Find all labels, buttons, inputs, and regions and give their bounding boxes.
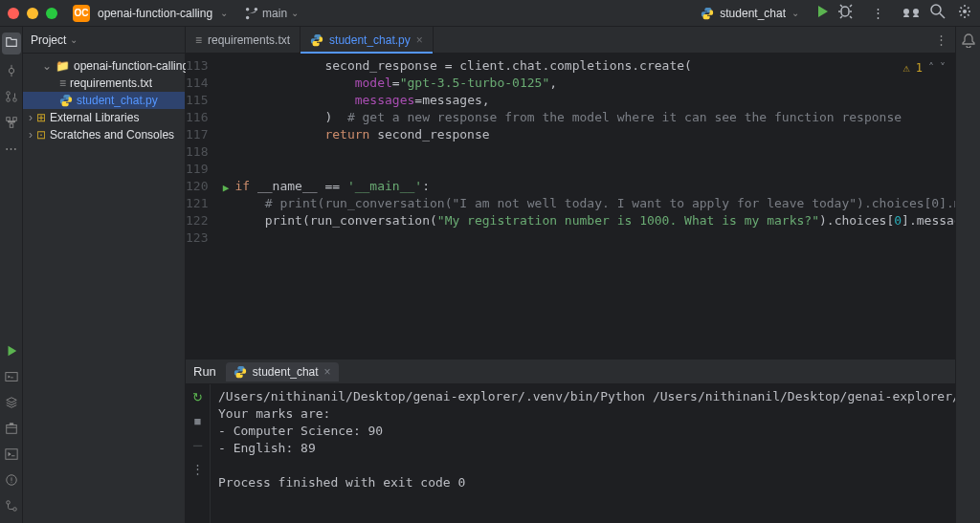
line-number: 117 <box>186 126 215 143</box>
project-badge: OC <box>73 5 90 22</box>
root-name: openai-function-calling <box>74 59 189 73</box>
minimize-window[interactable] <box>27 8 38 19</box>
notifications-icon[interactable] <box>961 33 976 51</box>
python-console-icon[interactable] <box>5 370 18 386</box>
run-title: Run <box>193 364 216 379</box>
python-icon <box>701 7 714 20</box>
code-with-me-icon[interactable] <box>903 4 919 22</box>
chevron-down-icon[interactable]: ⌄ <box>220 8 228 18</box>
svg-rect-6 <box>6 118 10 121</box>
editor-tabs: ≡ requirements.txt student_chat.py × ⋮ <box>186 27 955 54</box>
chevron-down-icon: ⌄ <box>791 8 799 18</box>
line-number: 118 <box>186 143 215 161</box>
code-content[interactable]: second_response = client.chat.completion… <box>215 54 955 359</box>
warning-icon: ⚠ <box>903 59 910 76</box>
project-name[interactable]: openai-function-calling <box>98 7 212 20</box>
python-icon <box>234 365 247 379</box>
titlebar: OC openai-function-calling ⌄ main ⌄ stud… <box>0 0 980 27</box>
chevron-right-icon: › <box>29 128 33 142</box>
run-panel: Run student_chat × ↻ ■ ─ ⋮ /Users/nithin… <box>186 359 955 523</box>
line-number: 121 <box>186 195 215 212</box>
version-control-icon[interactable] <box>5 499 18 515</box>
svg-rect-11 <box>5 449 16 460</box>
branch-selector[interactable]: main ⌄ <box>245 7 299 20</box>
close-tab-icon[interactable]: × <box>416 33 423 47</box>
console-output[interactable]: /Users/nithinanil/Desktop/genai-explorer… <box>211 384 980 523</box>
python-icon <box>310 33 323 47</box>
project-tool-icon[interactable] <box>2 33 21 54</box>
commit-tool-icon[interactable] <box>5 64 18 80</box>
svg-point-4 <box>6 98 10 102</box>
run-tab[interactable]: student_chat × <box>226 362 339 381</box>
pull-requests-icon[interactable] <box>5 90 18 106</box>
run-button[interactable] <box>814 4 830 22</box>
line-number: 123 <box>186 229 215 247</box>
services-icon[interactable] <box>5 396 18 412</box>
run-config-name: student_chat <box>720 7 786 20</box>
line-number: 119 <box>186 161 215 178</box>
run-tab-label: student_chat <box>253 365 319 379</box>
structure-tool-icon[interactable] <box>5 116 18 132</box>
chevron-down-icon: ⌄ <box>291 8 299 18</box>
code-editor[interactable]: ⚠ 1 ˄ ˅ 113 114 115 116 117 118 119 120▶… <box>186 54 955 359</box>
svg-point-3 <box>6 92 10 96</box>
maximize-window[interactable] <box>46 8 57 19</box>
scratch-icon: ⊡ <box>36 128 46 142</box>
tree-root[interactable]: ⌄ 📁 openai-function-calling ~/Des <box>23 57 185 75</box>
run-tool-icon[interactable] <box>5 344 18 360</box>
traffic-lights <box>8 8 57 19</box>
editor-area: ≡ requirements.txt student_chat.py × ⋮ ⚠… <box>186 27 955 523</box>
project-panel-header[interactable]: Project ⌄ <box>23 27 185 54</box>
panel-title: Project <box>31 33 66 47</box>
more-icon[interactable]: ⋮ <box>872 6 884 20</box>
more-tools-icon[interactable]: ⋯ <box>5 142 17 156</box>
terminal-icon[interactable] <box>5 447 18 464</box>
svg-point-2 <box>9 68 13 73</box>
settings-icon[interactable] <box>957 4 972 22</box>
rerun-icon[interactable]: ↻ <box>192 390 203 404</box>
svg-rect-7 <box>12 118 16 121</box>
run-gutter-icon[interactable]: ▶ <box>223 180 230 197</box>
chevron-up-icon[interactable]: ˄ <box>928 59 934 76</box>
file-icon: ≡ <box>195 33 202 47</box>
line-number: 113 <box>186 57 215 75</box>
tree-external-libraries[interactable]: › ⊞ External Libraries <box>23 109 185 126</box>
debug-button[interactable] <box>837 4 853 22</box>
branch-name: main <box>262 7 287 20</box>
warning-count: 1 <box>916 59 923 76</box>
svg-point-14 <box>12 508 16 512</box>
line-number: 116 <box>186 109 215 126</box>
python-packages-icon[interactable] <box>5 422 18 438</box>
svg-rect-9 <box>5 373 16 381</box>
tab-more-icon[interactable]: ⋮ <box>927 33 955 47</box>
tree-scratches[interactable]: › ⊡ Scratches and Consoles <box>23 126 185 143</box>
stop-icon[interactable]: ■ <box>194 414 202 428</box>
run-header: Run student_chat × <box>186 360 980 384</box>
problems-icon[interactable] <box>5 473 18 490</box>
tab-label: requirements.txt <box>208 33 290 47</box>
search-icon[interactable] <box>930 4 946 22</box>
file-name: student_chat.py <box>77 94 158 107</box>
chevron-down-icon[interactable]: ˅ <box>940 59 946 76</box>
close-window[interactable] <box>8 8 19 19</box>
line-number: 115 <box>186 92 215 109</box>
tab-student-chat[interactable]: student_chat.py × <box>301 27 434 53</box>
chevron-down-icon: ⌄ <box>70 34 78 45</box>
console-more-icon[interactable]: ⋮ <box>191 462 204 476</box>
project-tree: ⌄ 📁 openai-function-calling ~/Des ≡ requ… <box>23 54 185 147</box>
scratches-label: Scratches and Consoles <box>50 128 174 142</box>
tree-file-student-chat[interactable]: student_chat.py <box>23 92 185 109</box>
branch-icon <box>245 7 258 20</box>
tree-file-requirements[interactable]: ≡ requirements.txt <box>23 75 185 92</box>
close-icon[interactable]: × <box>324 365 331 379</box>
console-toolbar: ↻ ■ ─ ⋮ <box>186 384 211 523</box>
chevron-down-icon: ⌄ <box>42 59 52 73</box>
python-icon <box>59 94 73 107</box>
bottom-left-rail <box>0 337 23 523</box>
inspection-widget[interactable]: ⚠ 1 ˄ ˅ <box>903 59 946 76</box>
tab-requirements[interactable]: ≡ requirements.txt <box>186 27 301 53</box>
run-configuration[interactable]: student_chat ⌄ <box>701 7 799 20</box>
right-tool-rail <box>955 27 980 523</box>
svg-point-13 <box>6 501 10 505</box>
line-number: 122 <box>186 212 215 229</box>
